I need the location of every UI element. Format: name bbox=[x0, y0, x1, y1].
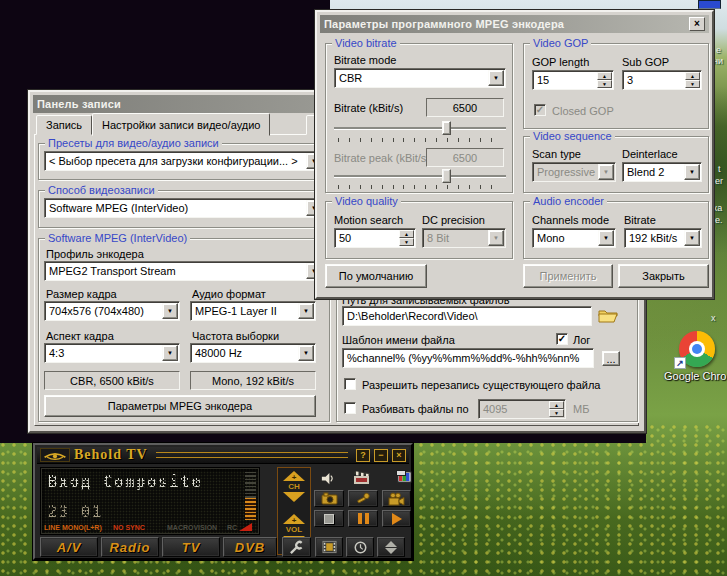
chevron-down-icon[interactable]: ▼ bbox=[162, 303, 178, 319]
overwrite-checkbox[interactable] bbox=[344, 378, 356, 390]
defaults-button[interactable]: По умолчанию bbox=[325, 264, 427, 288]
tv-app-title: Behold TV bbox=[74, 447, 148, 463]
plus-icon: + bbox=[292, 517, 297, 525]
motion-search-label: Motion search bbox=[334, 214, 403, 226]
gop-length-spinner[interactable]: 15 ▲ ▼ bbox=[532, 70, 614, 90]
spin-down-icon[interactable]: ▼ bbox=[597, 80, 612, 88]
sub-gop-spinner[interactable]: 3 ▲ ▼ bbox=[622, 70, 702, 90]
split-files-checkbox[interactable] bbox=[344, 402, 356, 414]
chrome-shortcut[interactable]: ↗ Google Chro bbox=[662, 331, 727, 382]
profile-label: Профиль энкодера bbox=[46, 248, 144, 260]
spin-up-icon[interactable]: ▲ bbox=[399, 230, 414, 238]
stop-icon bbox=[324, 514, 334, 524]
chevron-down-icon: ▼ bbox=[598, 164, 614, 180]
macrovision-status: MACROVISION bbox=[167, 524, 217, 531]
audio-bitrate-combobox[interactable]: 192 kBit/s ▼ bbox=[624, 228, 702, 248]
encoder-dialog-titlebar[interactable]: Параметры программного MPEG энкодера × bbox=[320, 15, 709, 33]
audio-format-combobox[interactable]: MPEG-1 Layer II ▼ bbox=[190, 301, 316, 321]
spin-up-icon[interactable]: ▲ bbox=[685, 72, 700, 80]
tv-titlebar[interactable]: Behold TV ? − × bbox=[37, 447, 409, 464]
audio-record-button[interactable] bbox=[348, 490, 378, 507]
sample-rate-combobox[interactable]: 48000 Hz ▼ bbox=[190, 343, 316, 363]
deinterlace-label: Deinterlace bbox=[622, 148, 678, 160]
minimode-toggle-button[interactable] bbox=[377, 537, 405, 557]
slider-thumb[interactable] bbox=[442, 121, 451, 135]
chevron-down-icon[interactable]: ▼ bbox=[298, 345, 314, 361]
mpeg-encoder-params-button[interactable]: Параметры MPEG энкодера bbox=[44, 395, 316, 417]
settings-button[interactable] bbox=[282, 537, 311, 557]
close-icon[interactable]: × bbox=[392, 449, 406, 462]
desktop-label-fragment: t bbox=[718, 164, 721, 174]
tab-record[interactable]: Запись bbox=[36, 115, 92, 135]
deinterlace-combobox[interactable]: Blend 2 ▼ bbox=[622, 162, 702, 182]
desktop-label-fragment: ни bbox=[713, 56, 723, 66]
channels-mode-combobox[interactable]: Mono ▼ bbox=[532, 228, 616, 248]
video-gop-title: Video GOP bbox=[530, 37, 591, 49]
tab-video-audio-settings[interactable]: Настройки записи видео/аудио bbox=[92, 113, 270, 136]
help-icon[interactable]: ? bbox=[356, 449, 370, 462]
play-button[interactable] bbox=[382, 510, 411, 527]
spin-down-icon[interactable]: ▼ bbox=[549, 409, 564, 417]
encoder-profile-combobox[interactable]: MPEG2 Transport Stream ▼ bbox=[44, 261, 324, 281]
chevron-down-icon[interactable]: ▼ bbox=[684, 230, 700, 246]
chevron-down-icon[interactable]: ▼ bbox=[684, 164, 700, 180]
mode-av-button[interactable]: A/V bbox=[40, 537, 98, 557]
bitrate-slider[interactable] bbox=[334, 120, 506, 136]
frame-size-combobox[interactable]: 704x576 (704x480) ▼ bbox=[44, 301, 180, 321]
spin-down-icon[interactable]: ▼ bbox=[685, 80, 700, 88]
chevron-down-icon[interactable]: ▼ bbox=[162, 345, 178, 361]
motion-search-spinner[interactable]: 50 ▲ ▼ bbox=[334, 228, 416, 248]
channels-mode-label: Channels mode bbox=[532, 214, 609, 226]
pause-icon bbox=[358, 513, 369, 524]
mode-radio-button[interactable]: Radio bbox=[101, 537, 159, 557]
mode-tv-button[interactable]: TV bbox=[162, 537, 220, 557]
tv-screen-icon[interactable] bbox=[395, 469, 412, 484]
signal-wedge-icon bbox=[239, 523, 252, 531]
preset-combobox[interactable]: < Выбор пресета для загрузки конфигураци… bbox=[44, 151, 324, 171]
desktop-label-fragment: er bbox=[715, 176, 723, 186]
minimize-icon[interactable]: − bbox=[374, 449, 388, 462]
split-size-spinner[interactable]: 4095 ▲ ▼ bbox=[478, 399, 566, 419]
video-record-button[interactable] bbox=[382, 490, 411, 507]
bitrate-mode-combobox[interactable]: CBR ▼ bbox=[334, 68, 506, 88]
spin-up-icon[interactable]: ▲ bbox=[549, 401, 564, 409]
filename-template-input[interactable]: %channel% (%yy%%mm%%dd%-%hh%%nn% bbox=[342, 348, 594, 368]
chevron-down-icon[interactable]: ▼ bbox=[598, 230, 614, 246]
led-input-line: Вход Composite bbox=[48, 473, 202, 491]
close-icon[interactable]: × bbox=[689, 17, 705, 31]
volume-label: VOL bbox=[278, 525, 310, 534]
chevron-down-icon: ▼ bbox=[488, 230, 504, 246]
speaker-icon[interactable] bbox=[319, 470, 335, 486]
spin-down-icon[interactable]: ▼ bbox=[399, 238, 414, 246]
presets-group-title: Пресеты для видео/аудио записи bbox=[45, 137, 222, 149]
log-checkbox-label: Лог bbox=[573, 334, 590, 346]
slider-ticks bbox=[338, 138, 502, 142]
chevron-down-icon[interactable]: ▼ bbox=[298, 303, 314, 319]
mpeg-encoder-dialog: Параметры программного MPEG энкодера × V… bbox=[315, 10, 714, 299]
stop-button[interactable] bbox=[314, 510, 344, 527]
preset-value: < Выбор пресета для загрузки конфигураци… bbox=[44, 151, 324, 171]
close-button[interactable]: Закрыть bbox=[618, 264, 709, 288]
video-quality-group: Video quality Motion search 50 ▲ ▼ DC pr… bbox=[325, 201, 513, 259]
aspect-combobox[interactable]: 4:3 ▼ bbox=[44, 343, 180, 363]
chevron-down-icon[interactable]: ▼ bbox=[488, 70, 504, 86]
frame-size-value: 704x576 (704x480) bbox=[44, 301, 180, 321]
closed-gop-checkbox: ✓ bbox=[534, 104, 546, 116]
snapshot-button[interactable] bbox=[314, 490, 344, 507]
clapperboard-icon[interactable] bbox=[353, 469, 371, 485]
scheduler-button[interactable] bbox=[346, 537, 374, 557]
desktop-icon-partial bbox=[698, 0, 721, 9]
video-files-button[interactable] bbox=[315, 537, 343, 557]
channel-down-button[interactable] bbox=[283, 492, 305, 502]
audio-encoder-group: Audio encoder Channels mode Mono ▼ Bitra… bbox=[523, 201, 709, 259]
led-display: Вход Composite 23 01 LINE MONO(L+R) NO S… bbox=[40, 467, 260, 535]
record-path-input[interactable]: D:\Beholder\Record\Video\ bbox=[342, 306, 592, 326]
browse-folder-icon[interactable] bbox=[598, 308, 618, 324]
log-checkbox[interactable]: ✓ bbox=[556, 333, 568, 345]
template-more-button[interactable]: ... bbox=[602, 351, 620, 366]
record-method-combobox[interactable]: Software MPEG (InterVideo) ▼ bbox=[44, 198, 324, 218]
mode-dvb-button[interactable]: DVB bbox=[223, 537, 277, 557]
pause-button[interactable] bbox=[348, 510, 378, 527]
spin-up-icon[interactable]: ▲ bbox=[597, 72, 612, 80]
rc-status: RC bbox=[227, 524, 237, 531]
